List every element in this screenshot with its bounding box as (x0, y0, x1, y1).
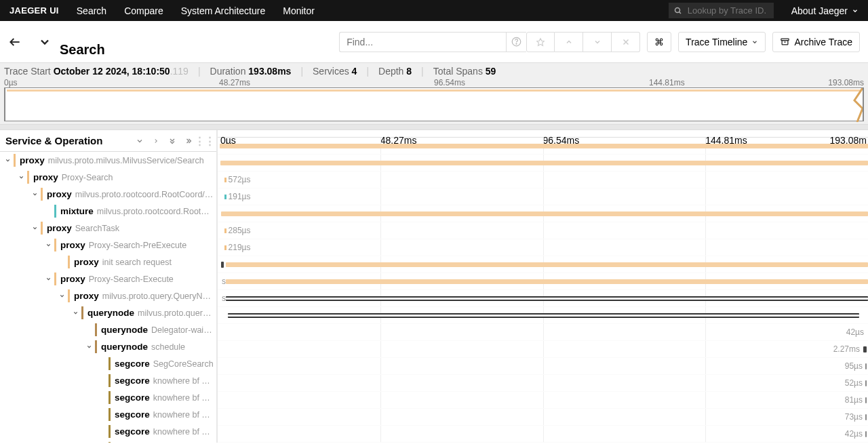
find-next-button[interactable] (583, 32, 612, 52)
find-reset-button[interactable] (526, 32, 555, 52)
span-row[interactable]: querynodeDelegator-waitTSafe (0, 321, 216, 338)
timeline-row[interactable]: s (218, 273, 868, 290)
span-tick (224, 245, 226, 250)
span-operation: milvus.proto.rootcoord.RootCoord/AllocTi… (75, 190, 214, 199)
timeline-row[interactable]: 2.27ms (218, 341, 868, 358)
span-duration-label: 285µs (229, 226, 251, 235)
expand-deep-icon[interactable] (182, 137, 195, 145)
caret-down-icon[interactable] (43, 276, 53, 282)
caret-down-icon[interactable] (30, 225, 39, 231)
span-row[interactable]: segcoreknowhere bf sear… (0, 423, 216, 440)
find-prev-button[interactable] (555, 32, 583, 52)
timeline-row[interactable]: 219µs (218, 239, 868, 256)
span-row[interactable]: proxyProxy-Search (0, 169, 216, 186)
timeline-row[interactable]: 191µs (218, 188, 868, 205)
span-row[interactable]: segcoreknowhere bf sear… (0, 372, 216, 389)
span-row[interactable]: proxymilvus.proto.rootcoord.RootCoord/Al… (0, 186, 216, 203)
span-operation: schedule (151, 342, 185, 352)
about-menu[interactable]: About Jaeger (791, 5, 859, 16)
archive-icon (780, 37, 790, 47)
keyboard-shortcuts-button[interactable]: ⌘ (647, 32, 671, 52)
caret-down-icon[interactable] (57, 293, 66, 299)
span-duration-label: 81µs (845, 395, 863, 405)
timeline-row[interactable]: 285µs (218, 222, 868, 239)
span-row[interactable]: querynodeschedule (0, 338, 216, 355)
find-nav-group (526, 32, 640, 52)
span-operation: milvus.proto.milvus.MilvusService/Search (48, 156, 204, 165)
timeline-row[interactable] (218, 307, 868, 324)
timeline-row[interactable]: 95µs (218, 358, 868, 375)
timeline-row[interactable]: 81µs (218, 392, 868, 409)
service-color-bar (108, 408, 111, 421)
span-duration-label: s (222, 294, 226, 303)
span-service: proxy (20, 155, 45, 165)
span-row[interactable]: segcoreknowhere bf sear… (0, 440, 216, 443)
caret-down-icon[interactable] (30, 191, 39, 197)
collapse-deep-icon[interactable] (166, 137, 178, 145)
timeline-rows: 572µs191µs285µs219µsss42µs2.27ms95µs52µs… (218, 138, 868, 443)
span-duration-label: 42µs (845, 429, 863, 439)
timeline-panel: 0µs 48.27ms 96.54ms 144.81ms 193.08m 572… (218, 130, 868, 443)
timeline-row[interactable]: 52µs (218, 375, 868, 392)
span-bar (220, 144, 868, 148)
timeline-row[interactable]: 42µs (218, 324, 868, 341)
service-color-bar (27, 171, 29, 184)
timeline-row[interactable]: 572µs (218, 171, 868, 188)
timeline-row[interactable] (218, 256, 868, 273)
span-row[interactable]: querynodemilvus.proto.query.Que… (0, 304, 216, 321)
lookup-trace[interactable] (669, 3, 774, 18)
timeline-row[interactable] (218, 155, 868, 171)
lookup-input[interactable] (686, 5, 768, 16)
caret-down-icon[interactable] (3, 157, 12, 163)
minimap[interactable] (4, 87, 864, 121)
timeline-row[interactable] (218, 138, 868, 155)
span-tree: proxymilvus.proto.milvus.MilvusService/S… (0, 152, 216, 443)
service-color-bar (108, 357, 111, 370)
drag-handle-icon[interactable]: ⋮⋮ (199, 135, 211, 147)
timeline-row[interactable]: s (218, 290, 868, 307)
archive-trace-button[interactable]: Archive Trace (772, 32, 860, 52)
caret-down-icon[interactable] (71, 310, 80, 316)
service-color-bar (108, 442, 111, 443)
span-service: segcore (115, 409, 150, 420)
service-color-bar (81, 306, 83, 319)
tick: 193.08ms (828, 78, 864, 87)
meta-depth-label: Depth (378, 66, 403, 77)
span-row[interactable]: mixturemilvus.proto.rootcoord.RootCoord/… (0, 203, 216, 220)
collapse-toggle[interactable] (30, 35, 60, 49)
span-duration-label: 73µs (845, 412, 863, 422)
view-mode-select[interactable]: Trace Timeline (678, 32, 766, 52)
span-service: segcore (115, 376, 150, 386)
collapse-all-icon[interactable] (134, 137, 146, 145)
span-row[interactable]: proxymilvus.proto.query.QueryNode/Sea… (0, 287, 216, 304)
caret-down-icon[interactable] (43, 242, 53, 248)
span-row[interactable]: segcoreSegCoreSearch (0, 355, 216, 372)
service-color-bar (14, 154, 16, 167)
span-service: querynode (101, 342, 148, 352)
service-color-bar (54, 205, 56, 218)
find-help-icon[interactable] (506, 32, 526, 52)
expand-one-icon[interactable] (150, 137, 162, 145)
span-row[interactable]: proxymilvus.proto.milvus.MilvusService/S… (0, 152, 216, 169)
timeline-row[interactable] (218, 205, 868, 222)
span-bar (221, 211, 868, 216)
span-row[interactable]: segcoreknowhere bf sear… (0, 389, 216, 406)
timeline-row[interactable]: 42µs (218, 426, 868, 443)
span-duration-label: 95µs (845, 361, 863, 371)
span-operation: SegCoreSearch (153, 359, 214, 369)
span-row[interactable]: segcoreknowhere bf sear… (0, 406, 216, 423)
span-row[interactable]: proxyProxy-Search-Execute (0, 270, 216, 287)
span-tick (865, 414, 867, 420)
span-duration-label: s (222, 277, 226, 286)
span-row[interactable]: proxyProxy-Search-PreExecute (0, 237, 216, 254)
caret-down-icon[interactable] (16, 174, 26, 180)
span-row[interactable]: proxySearchTask (0, 220, 216, 237)
timeline-row[interactable]: 73µs (218, 409, 868, 426)
find-clear-button[interactable] (612, 32, 640, 52)
span-service: proxy (74, 291, 99, 301)
meta-duration-value: 193.08ms (248, 66, 291, 77)
find-input[interactable] (339, 32, 506, 52)
span-row[interactable]: proxyinit search request (0, 254, 216, 270)
back-button[interactable] (0, 35, 30, 49)
caret-down-icon[interactable] (84, 344, 94, 350)
